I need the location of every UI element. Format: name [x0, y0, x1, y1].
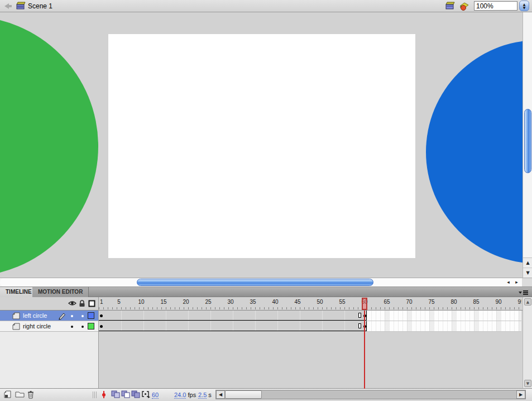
ruler-label: 25	[205, 299, 211, 305]
ruler-label: 50	[317, 299, 323, 305]
ruler-label: 45	[294, 299, 300, 305]
ruler-label: 1	[100, 299, 103, 305]
frames-pane	[99, 311, 521, 332]
ruler-label: 15	[160, 299, 166, 305]
frame-span[interactable]	[99, 311, 367, 321]
frame-span[interactable]	[99, 321, 367, 331]
scene-name: Scene 1	[28, 2, 52, 10]
center-frame-button[interactable]	[103, 391, 104, 398]
ruler-label: 35	[250, 299, 256, 305]
ruler-label: 5	[117, 299, 121, 305]
layers-pane: left circle right circle	[0, 311, 99, 332]
back-arrow-icon[interactable]	[4, 3, 9, 9]
ruler-label: 70	[406, 299, 412, 305]
edit-multiple-frames-button[interactable]	[131, 390, 140, 398]
ruler-label: 95	[517, 299, 521, 305]
layer-visibility-dot[interactable]	[71, 326, 73, 328]
layer-name[interactable]: left circle	[23, 312, 47, 319]
canvas-vertical-scrollbar[interactable]: ▲ ▼	[523, 12, 532, 278]
stage[interactable]	[108, 34, 415, 258]
edit-bar: Scene 1 ▲ ▼	[0, 0, 532, 12]
timeline-scroll-left-button[interactable]: ◀	[216, 390, 225, 399]
zoom-level-input[interactable]	[474, 1, 517, 11]
timeline-horizontal-scrollbar[interactable]: ◀ ▶	[215, 390, 526, 399]
ruler-label: 85	[473, 299, 479, 305]
flash-application: Scene 1 ▲ ▼ ▲ ▼	[0, 0, 532, 401]
ruler-label: 10	[138, 299, 144, 305]
timeline-vertical-scrollbar[interactable]: ▲ ▼	[523, 297, 532, 388]
panel-grip[interactable]	[93, 392, 97, 398]
ruler-label: 55	[339, 299, 345, 305]
layer-lock-dot[interactable]	[82, 315, 84, 317]
span-end-rect[interactable]	[358, 313, 361, 318]
frame-rate-value[interactable]: 24.0 fps	[174, 392, 196, 398]
timeline-tab-bar: TIMELINE MOTION EDITOR	[0, 287, 532, 297]
edit-scene-button[interactable]	[445, 2, 455, 10]
timeline-status-bar: 60 24.0 fps 2.5 s ◀ ▶	[0, 388, 532, 401]
playhead-marker[interactable]	[362, 298, 367, 310]
scroll-up-button[interactable]: ▲	[523, 257, 532, 267]
onion-skin-button[interactable]	[111, 390, 120, 398]
layer-visibility-dot[interactable]	[71, 315, 73, 317]
layer-outline-color-swatch[interactable]	[88, 312, 94, 319]
layer-row-left-circle[interactable]: left circle	[0, 311, 99, 321]
ruler-label: 40	[272, 299, 278, 305]
keyframe-dot[interactable]	[100, 314, 103, 317]
pasteboard: ▲ ▼	[0, 12, 532, 278]
left-circle-shape[interactable]	[0, 16, 98, 276]
outline-layers-icon[interactable]	[88, 300, 95, 307]
horizontal-scrollbar-thumb[interactable]	[137, 279, 373, 286]
ruler-label: 75	[428, 299, 434, 305]
right-circle-shape[interactable]	[426, 40, 532, 264]
scrollbar-corner	[522, 278, 532, 287]
delete-layer-button[interactable]	[27, 390, 35, 399]
layer-icon	[12, 312, 20, 319]
layer-outline-color-swatch[interactable]	[88, 323, 94, 330]
frame-ruler-ticks	[99, 307, 521, 309]
ruler-label: 20	[183, 299, 189, 305]
scene-clapperboard-icon	[16, 2, 26, 10]
frame-row[interactable]	[99, 321, 521, 332]
timeline-scroll-right-button[interactable]: ▶	[516, 390, 525, 399]
vertical-scrollbar-thumb[interactable]	[524, 109, 531, 173]
ruler-label: 30	[227, 299, 233, 305]
elapsed-time-value[interactable]: 2.5 s	[198, 392, 212, 398]
onion-skin-outlines-button[interactable]	[121, 390, 130, 398]
scroll-left-button[interactable]: ◂	[504, 279, 512, 286]
layer-lock-dot[interactable]	[82, 326, 84, 328]
panel-menu-icon[interactable]	[519, 290, 529, 295]
playhead-line[interactable]	[364, 311, 365, 389]
new-layer-button[interactable]	[3, 390, 12, 399]
canvas-horizontal-scrollbar[interactable]: ◂ ▸	[0, 278, 532, 287]
show-hide-layers-icon[interactable]	[68, 300, 76, 307]
timeline-scroll-up-button[interactable]: ▲	[524, 298, 531, 305]
frame-row[interactable]	[99, 311, 521, 321]
modify-markers-button[interactable]	[141, 390, 150, 398]
timeline-header: 15101520253035404550556065707580859095	[0, 297, 532, 311]
span-end-rect[interactable]	[358, 323, 361, 328]
pane-divider	[98, 297, 99, 388]
pencil-icon	[57, 312, 66, 320]
stepper-down-icon: ▼	[523, 6, 526, 9]
layer-row-right-circle[interactable]: right circle	[0, 321, 99, 332]
current-frame-value[interactable]: 60	[152, 392, 159, 398]
ruler-label: 90	[495, 299, 501, 305]
lock-layers-icon[interactable]	[79, 300, 85, 307]
scroll-down-button[interactable]: ▼	[523, 268, 532, 277]
frames-pane-empty	[99, 332, 521, 388]
scroll-right-button[interactable]: ▸	[512, 279, 521, 286]
zoom-stepper[interactable]: ▲ ▼	[519, 1, 529, 11]
ruler-label: 65	[384, 299, 390, 305]
layers-pane-empty	[0, 332, 99, 388]
layer-name[interactable]: right circle	[23, 323, 51, 330]
tab-motion-editor[interactable]: MOTION EDITOR	[32, 287, 89, 297]
new-folder-button[interactable]	[15, 390, 25, 398]
timeline-scrollbar-thumb[interactable]	[225, 390, 262, 399]
keyframe-dot[interactable]	[100, 325, 103, 328]
ruler-label: 80	[450, 299, 457, 305]
edit-symbols-button[interactable]	[459, 2, 469, 11]
layer-icon	[12, 323, 20, 330]
timeline-scroll-down-button[interactable]: ▼	[524, 380, 531, 387]
